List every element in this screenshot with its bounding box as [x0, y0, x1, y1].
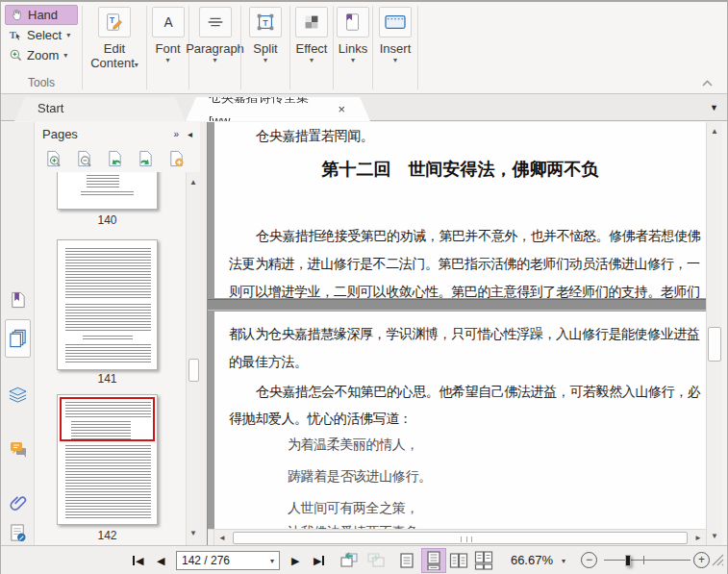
hand-icon: [10, 8, 24, 22]
insert-button[interactable]: Insert ▾: [373, 2, 417, 93]
first-page-button[interactable]: ◀: [133, 546, 143, 574]
split-caret-icon: ▾: [264, 56, 267, 64]
next-view-button[interactable]: [366, 546, 386, 574]
thumbnail-label-142: 142: [57, 529, 158, 542]
thumbnail-page-142[interactable]: [57, 394, 158, 525]
facing-view-button[interactable]: [449, 546, 468, 574]
single-page-view-button[interactable]: [399, 546, 414, 574]
insert-caret-icon: ▾: [393, 56, 397, 64]
panel-collapse-icon[interactable]: ◂: [188, 129, 192, 139]
zoom-out-button[interactable]: −: [581, 552, 597, 568]
page-number-input[interactable]: 142 / 276 ▾: [176, 551, 280, 570]
ribbon: Hand T Select ▾ Zoom ▾ Tools T Edit Cont…: [1, 2, 727, 94]
pages-panel-toolbar: [35, 145, 200, 172]
layers-panel-button[interactable]: [5, 380, 31, 409]
select-caret-icon: ▾: [66, 31, 70, 39]
new-page-button[interactable]: [167, 149, 186, 168]
zoom-caret-icon: ▾: [63, 51, 67, 60]
tab-start-label: Start: [38, 101, 63, 115]
paragraph-icon: [199, 7, 232, 37]
effect-button[interactable]: Effect ▾: [290, 2, 333, 93]
layers-icon: [8, 385, 28, 404]
poem-line: 人世间可有两全之策，: [229, 500, 692, 517]
links-label: Links: [339, 41, 367, 56]
effect-caret-icon: ▾: [310, 56, 314, 64]
tab-overflow-icon[interactable]: ▼: [710, 103, 718, 112]
document-view[interactable]: 仓央嘉措置若罔闻。 第十二回 世间安得法，佛卿两不负 仓央嘉措拒绝接受第巴的劝诫…: [208, 122, 722, 545]
previous-page-button[interactable]: ◀: [157, 546, 164, 574]
tools-group: Hand T Select ▾ Zoom ▾ Tools: [1, 2, 82, 93]
edit-content-icon: T: [98, 7, 131, 37]
document-page-142: 都认为仓央嘉措慧缘深厚，学识渊博，只可惜心性浮躁，入山修行是能使修业进益 的最佳…: [214, 312, 706, 529]
zoom-slider[interactable]: [604, 546, 690, 574]
font-button[interactable]: A Font ▾: [147, 2, 188, 93]
horizontal-scrollbar[interactable]: ◄ ►: [208, 529, 706, 545]
enlarge-thumbnails-button[interactable]: [44, 149, 63, 168]
doc-text-line: 都认为仓央嘉措慧缘深厚，学识渊博，只可惜心性浮躁，入山修行是能使修业进益: [229, 326, 692, 343]
thumbnails-scroll-down-icon[interactable]: ▼: [187, 529, 200, 537]
doc-text-line: 仓央嘉措置若罔闻。: [229, 128, 692, 145]
collapse-ribbon-button[interactable]: [701, 79, 714, 87]
zoom-tool-button[interactable]: Zoom ▾: [5, 45, 78, 65]
tab-document[interactable]: 仓央嘉措诗传全集[ww... ×: [186, 97, 370, 121]
poem-line: 为着温柔美丽的情人，: [229, 437, 692, 454]
previous-view-button[interactable]: [339, 546, 359, 574]
zoom-caret-icon[interactable]: ▾: [562, 557, 565, 565]
thumbnail-page-141[interactable]: [57, 239, 158, 370]
svg-text:T: T: [110, 16, 114, 25]
thumbnail-page-140[interactable]: [57, 172, 158, 210]
poem-line: 踌躇着是否该进山修行。: [229, 468, 692, 486]
font-label: Font: [155, 41, 180, 56]
links-caret-icon: ▾: [351, 56, 355, 64]
viewport-selection-rectangle: [60, 397, 155, 441]
scroll-down-icon[interactable]: ▼: [707, 532, 722, 540]
pages-panel-button[interactable]: [5, 319, 31, 358]
pages-panel-header: Pages » ◂: [35, 122, 200, 145]
scroll-left-icon[interactable]: ◄: [214, 534, 230, 542]
bookmarks-panel-button[interactable]: [5, 286, 31, 314]
last-page-button[interactable]: ▶: [314, 546, 324, 574]
tab-close-icon[interactable]: ×: [336, 99, 347, 120]
hand-tool-button[interactable]: Hand: [5, 5, 78, 25]
comments-panel-button[interactable]: [5, 435, 31, 463]
links-button[interactable]: Links ▾: [334, 2, 372, 93]
navigation-icon-strip: ▼: [1, 122, 35, 545]
chapter-heading: 第十二回 世间安得法，佛卿两不负: [214, 158, 706, 181]
signature-icon: [9, 523, 27, 543]
split-label: Split: [253, 41, 277, 56]
zoom-slider-thumb[interactable]: [625, 555, 631, 566]
horizontal-scroll-thumb[interactable]: [233, 532, 688, 544]
continuous-facing-view-button[interactable]: [474, 546, 493, 574]
thumbnails-scrollbar[interactable]: ▲ ▼: [186, 172, 200, 545]
scroll-right-icon[interactable]: ►: [690, 534, 706, 542]
right-edge: [722, 122, 727, 545]
attachments-panel-button[interactable]: [5, 487, 31, 516]
thumbnails-scroll-up-icon[interactable]: ▲: [187, 178, 200, 187]
continuous-view-button[interactable]: [421, 548, 446, 573]
next-page-button[interactable]: ▶: [291, 546, 299, 574]
resize-grip[interactable]: [712, 554, 724, 566]
thumbnail-label-140: 140: [57, 213, 158, 227]
vertical-scrollbar[interactable]: ▲ ▼: [706, 122, 722, 545]
edit-content-button[interactable]: T Edit Content▾: [83, 2, 146, 93]
zoom-in-button[interactable]: +: [693, 552, 710, 568]
rotate-right-button[interactable]: [137, 149, 155, 168]
panel-pin-icon[interactable]: »: [173, 129, 179, 139]
rotate-left-button[interactable]: [106, 149, 124, 168]
split-button[interactable]: T Split ▾: [241, 2, 289, 93]
zoom-slider-tick: [643, 556, 644, 564]
tab-start[interactable]: Start: [14, 97, 186, 121]
doc-text-line: 的最佳方法。: [229, 354, 692, 371]
reduce-thumbnails-button[interactable]: [75, 149, 93, 168]
paragraph-label: Paragraph: [186, 41, 244, 56]
panel-splitter[interactable]: [200, 122, 208, 545]
paragraph-button[interactable]: Paragraph ▾: [189, 2, 240, 93]
select-tool-button[interactable]: T Select ▾: [5, 25, 78, 45]
signatures-panel-button[interactable]: [5, 518, 31, 547]
edit-content-label-line2: Content▾: [90, 56, 138, 70]
paperclip-icon: [9, 493, 27, 512]
scroll-up-icon[interactable]: ▲: [707, 127, 722, 136]
vertical-scroll-thumb[interactable]: [708, 327, 721, 362]
thumbnails-scroll-thumb[interactable]: [188, 359, 199, 382]
links-icon: [337, 7, 369, 37]
